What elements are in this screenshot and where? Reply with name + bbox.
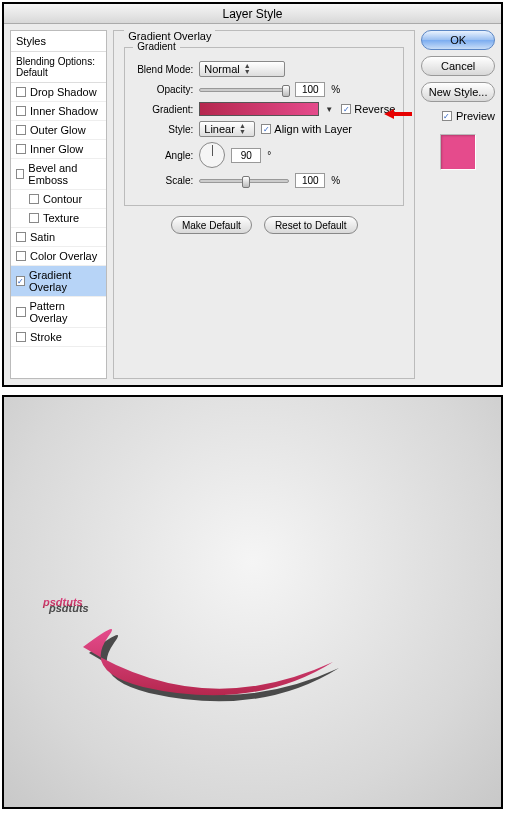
opacity-slider[interactable] (199, 88, 289, 92)
scale-input[interactable]: 100 (295, 173, 325, 188)
checkbox[interactable] (16, 251, 26, 261)
gradient-overlay-panel: Gradient Overlay Gradient Blend Mode: No… (113, 30, 415, 379)
style-label: Gradient Overlay (29, 269, 101, 293)
ok-button[interactable]: OK (421, 30, 495, 50)
layer-style-window: Layer Style Styles Blending Options: Def… (2, 2, 503, 387)
angle-row: Angle: 90 ° (133, 142, 395, 168)
gradient-label: Gradient: (133, 104, 193, 115)
make-default-button[interactable]: Make Default (171, 216, 252, 234)
style-label: Style: (133, 124, 193, 135)
preview-label: Preview (456, 110, 495, 122)
scale-unit: % (331, 175, 340, 186)
style-label: Bevel and Emboss (28, 162, 101, 186)
style-label: Texture (43, 212, 79, 224)
result-preview: psdtuts psdtuts (2, 395, 503, 809)
style-row-inner-glow[interactable]: Inner Glow (11, 140, 106, 159)
style-row-texture[interactable]: Texture (11, 209, 106, 228)
style-row-color-overlay[interactable]: Color Overlay (11, 247, 106, 266)
checkbox[interactable] (16, 106, 26, 116)
annotation-arrow-icon (384, 107, 412, 121)
style-row-satin[interactable]: Satin (11, 228, 106, 247)
dialog-buttons: OK Cancel New Style... ✓ Preview (421, 30, 495, 379)
styles-header[interactable]: Styles (11, 31, 106, 52)
styles-panel: Styles Blending Options: Default Drop Sh… (10, 30, 107, 379)
checkbox[interactable]: ✓ (442, 111, 452, 121)
style-label: Pattern Overlay (30, 300, 102, 324)
checkbox[interactable] (16, 332, 26, 342)
style-select[interactable]: Linear ▲▼ (199, 121, 255, 137)
checkbox[interactable]: ✓ (16, 276, 25, 286)
psdtuts-text: psdtuts psdtuts (23, 462, 483, 742)
checkbox[interactable] (16, 87, 26, 97)
style-row: Style: Linear ▲▼ ✓ Align with Layer (133, 121, 395, 137)
dropdown-arrow-icon[interactable]: ▼ (325, 105, 335, 114)
checkbox[interactable] (16, 169, 24, 179)
checkbox[interactable] (29, 213, 39, 223)
checkbox[interactable] (16, 307, 26, 317)
style-value: Linear (204, 123, 235, 135)
style-row-inner-shadow[interactable]: Inner Shadow (11, 102, 106, 121)
style-row-contour[interactable]: Contour (11, 190, 106, 209)
new-style-button[interactable]: New Style... (421, 82, 495, 102)
gradient-row: Gradient: ▼ ✓ Reverse (133, 102, 395, 116)
style-label: Inner Shadow (30, 105, 98, 117)
blending-options[interactable]: Blending Options: Default (11, 52, 106, 83)
style-label: Contour (43, 193, 82, 205)
blend-mode-row: Blend Mode: Normal ▲▼ (133, 61, 395, 77)
cancel-button[interactable]: Cancel (421, 56, 495, 76)
checkbox[interactable] (29, 194, 39, 204)
opacity-row: Opacity: 100 % (133, 82, 395, 97)
style-label: Inner Glow (30, 143, 83, 155)
blend-mode-select[interactable]: Normal ▲▼ (199, 61, 285, 77)
window-title: Layer Style (4, 4, 501, 24)
svg-marker-0 (384, 109, 412, 119)
default-buttons: Make Default Reset to Default (124, 216, 404, 234)
style-row-outer-glow[interactable]: Outer Glow (11, 121, 106, 140)
angle-unit: ° (267, 150, 271, 161)
checkbox[interactable]: ✓ (341, 104, 351, 114)
checkbox[interactable] (16, 144, 26, 154)
style-label: Stroke (30, 331, 62, 343)
align-checkbox[interactable]: ✓ Align with Layer (261, 123, 352, 135)
dropdown-arrows-icon: ▲▼ (239, 123, 246, 135)
opacity-input[interactable]: 100 (295, 82, 325, 97)
group-title: Gradient (133, 41, 179, 52)
scale-label: Scale: (133, 175, 193, 186)
blend-mode-value: Normal (204, 63, 239, 75)
style-label: Outer Glow (30, 124, 86, 136)
opacity-label: Opacity: (133, 84, 193, 95)
preview-checkbox[interactable]: ✓ Preview (421, 110, 495, 122)
preview-swatch (440, 134, 476, 170)
angle-dial[interactable] (199, 142, 225, 168)
style-row-bevel-emboss[interactable]: Bevel and Emboss (11, 159, 106, 190)
style-label: Drop Shadow (30, 86, 97, 98)
gradient-group: Gradient Blend Mode: Normal ▲▼ Opacity: … (124, 47, 404, 206)
style-row-stroke[interactable]: Stroke (11, 328, 106, 347)
angle-label: Angle: (133, 150, 193, 161)
checkbox[interactable] (16, 125, 26, 135)
gradient-picker[interactable] (199, 102, 319, 116)
checkbox[interactable]: ✓ (261, 124, 271, 134)
reset-default-button[interactable]: Reset to Default (264, 216, 358, 234)
style-row-pattern-overlay[interactable]: Pattern Overlay (11, 297, 106, 328)
scale-slider[interactable] (199, 179, 289, 183)
blend-mode-label: Blend Mode: (133, 64, 193, 75)
angle-input[interactable]: 90 (231, 148, 261, 163)
style-row-gradient-overlay[interactable]: ✓Gradient Overlay (11, 266, 106, 297)
style-label: Satin (30, 231, 55, 243)
checkbox[interactable] (16, 232, 26, 242)
style-label: Color Overlay (30, 250, 97, 262)
align-label: Align with Layer (274, 123, 352, 135)
style-row-drop-shadow[interactable]: Drop Shadow (11, 83, 106, 102)
opacity-unit: % (331, 84, 340, 95)
scale-row: Scale: 100 % (133, 173, 395, 188)
window-body: Styles Blending Options: Default Drop Sh… (4, 24, 501, 385)
text-main: psdtuts (42, 596, 83, 608)
dropdown-arrows-icon: ▲▼ (244, 63, 251, 75)
